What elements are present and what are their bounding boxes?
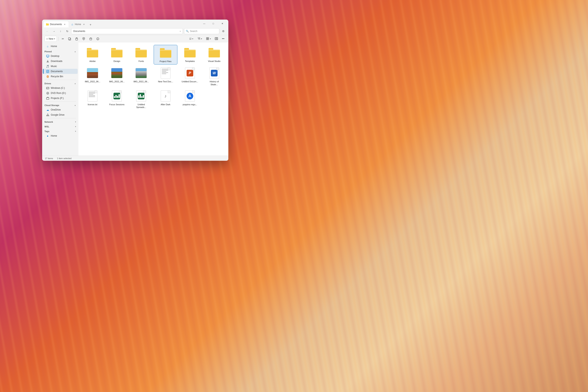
- sidebar-item-onedrive[interactable]: ☁ OneDrive: [43, 107, 78, 112]
- sidebar: ⌂ Home Pinned ▲ Desktop 📌: [42, 42, 78, 156]
- tab-add-button[interactable]: +: [88, 22, 93, 28]
- delete-button[interactable]: [88, 36, 94, 42]
- file-item-xlsx-plain[interactable]: Untitled Spreads...: [129, 88, 153, 110]
- bar-col-3: [141, 96, 142, 98]
- minimize-button[interactable]: —: [200, 20, 209, 27]
- layout-button[interactable]: ▾: [204, 36, 212, 42]
- file-item-new-text[interactable]: New Text Doc...: [154, 65, 177, 88]
- file-item-fonts[interactable]: Fonts: [129, 45, 153, 64]
- tabs-area: Documents ✕ ⌂ Home ✕ +: [44, 20, 200, 28]
- file-item-audio[interactable]: ♪ After Dark: [154, 88, 177, 110]
- back-button[interactable]: ←: [44, 28, 50, 34]
- design-icon-wrapper: [111, 47, 123, 58]
- path-bar[interactable]: Documents ▾: [71, 28, 183, 34]
- pinned-section-header[interactable]: Pinned ▲: [42, 49, 78, 54]
- tab-documents[interactable]: Documents ✕: [44, 21, 68, 28]
- folder-body: [208, 50, 220, 58]
- share-button[interactable]: [80, 36, 87, 42]
- docx-icon-wrapper: W: [208, 67, 220, 79]
- sidebar-item-recycle[interactable]: Recycle Bin 📌: [43, 74, 78, 79]
- files-grid: Adobe Design: [81, 45, 226, 110]
- cloud-section-header[interactable]: Cloud Storage ▲: [42, 102, 78, 107]
- audio-note-icon: ♪: [164, 94, 166, 98]
- folder-icon: [111, 48, 122, 58]
- sort-button[interactable]: ▾: [196, 36, 204, 42]
- checkmark-view-icon: ☑: [189, 38, 192, 40]
- file-item-adobe[interactable]: Adobe: [81, 45, 104, 64]
- img3-icon-wrapper: [135, 67, 147, 79]
- refresh-button[interactable]: ↻: [64, 28, 70, 34]
- settings-button[interactable]: ⚙: [220, 28, 226, 34]
- view-options-button[interactable]: ☑ ▾: [188, 36, 195, 42]
- tab-home-label: Home: [75, 23, 81, 26]
- more-icon: •••: [222, 38, 224, 40]
- cut-button[interactable]: ✂: [60, 36, 66, 42]
- c-drive-icon: [46, 86, 49, 90]
- search-bar[interactable]: 🔍 Search: [184, 28, 219, 34]
- sidebar-item-home[interactable]: ⌂ Home: [43, 44, 78, 49]
- tab-home[interactable]: ⌂ Home ✕: [68, 21, 88, 28]
- sidebar-item-documents[interactable]: Documents 📌: [43, 69, 78, 74]
- tags-section-header[interactable]: Tags ▾: [42, 128, 78, 133]
- folder-body: [111, 50, 122, 58]
- file-item-focus-sessions[interactable]: Focus Sessions: [105, 88, 128, 110]
- folder-icon: [184, 48, 196, 58]
- sidebar-item-d-drive[interactable]: DVD Rom (D:): [43, 90, 78, 96]
- new-text-label: New Text Doc...: [158, 80, 173, 83]
- drives-section-header[interactable]: Drives ▲: [42, 81, 78, 86]
- sidebar-item-c-drive[interactable]: Windows (C:): [43, 86, 78, 90]
- file-item-templates[interactable]: Templates: [178, 45, 202, 64]
- svg-rect-12: [208, 39, 209, 40]
- close-button[interactable]: ✕: [218, 20, 227, 27]
- up-button[interactable]: ↑: [58, 28, 63, 34]
- divider-3: [44, 118, 76, 118]
- folder-icon: [208, 48, 220, 58]
- xlsx-plain-logo: [138, 93, 144, 99]
- file-item-img2[interactable]: IMG_2022_06...: [105, 65, 128, 88]
- maximize-button[interactable]: □: [209, 20, 218, 27]
- file-item-font[interactable]: A poppins-regu...: [178, 88, 202, 110]
- sidebar-item-gdrive[interactable]: Google Drive: [43, 112, 78, 118]
- docx-label: History of Skate...: [206, 80, 222, 86]
- img2-thumbnail: [111, 68, 122, 78]
- copy-button[interactable]: [66, 36, 73, 42]
- sidebar-item-music[interactable]: 🎵 Music 📌: [43, 64, 78, 69]
- search-icon: 🔍: [186, 30, 189, 32]
- file-item-img1[interactable]: IMG_2022_06...: [81, 65, 104, 88]
- file-item-img3[interactable]: IMG_2022_06...: [129, 65, 153, 88]
- more-button[interactable]: •••: [220, 36, 226, 42]
- wsl-section-header[interactable]: WSL ▾: [42, 124, 78, 128]
- fonts-label: Fonts: [138, 60, 144, 62]
- fonts-icon-wrapper: [135, 47, 147, 58]
- file-item-visual-studio[interactable]: Visual Studio: [202, 45, 226, 64]
- new-button[interactable]: + New ▾: [44, 36, 57, 42]
- text-file-icon: [161, 68, 170, 79]
- info-icon: [96, 37, 99, 40]
- font-file-icon: A: [185, 90, 195, 102]
- network-section-header[interactable]: Network ▾: [42, 119, 78, 124]
- sidebar-item-desktop[interactable]: Desktop 📌: [43, 54, 78, 58]
- file-item-project-files[interactable]: Project Files: [154, 45, 177, 64]
- file-item-pptx[interactable]: P Untitled Docum...: [178, 65, 202, 88]
- new-text-icon-wrapper: [160, 67, 172, 79]
- wsl-collapse-icon: ▾: [75, 126, 76, 128]
- file-item-docx[interactable]: W History of Skate...: [202, 65, 226, 88]
- sidebar-item-downloads[interactable]: Downloads 📌: [43, 58, 78, 64]
- info-button[interactable]: [95, 36, 101, 42]
- folder-icon: [136, 48, 147, 58]
- file-item-license[interactable]: license.txt: [81, 88, 104, 110]
- forward-button[interactable]: →: [51, 28, 57, 34]
- xlsx-bar-chart-2: [138, 94, 144, 98]
- tab-close-home[interactable]: ✕: [82, 23, 86, 26]
- file-item-design[interactable]: Design: [105, 45, 128, 64]
- xlsx-plain-icon-wrapper: [135, 90, 147, 102]
- tab-close-documents[interactable]: ✕: [63, 23, 66, 26]
- toolbar: + New ▾ ✂: [42, 35, 228, 42]
- music-icon: 🎵: [46, 65, 49, 68]
- sidebar-item-p-drive[interactable]: Projects (P:): [43, 96, 78, 101]
- paste-button[interactable]: [74, 36, 80, 42]
- text-line-5: [89, 96, 95, 97]
- item-count: 17 items: [45, 157, 53, 160]
- details-pane-button[interactable]: [213, 36, 220, 42]
- sidebar-item-home-tag[interactable]: ● Home: [43, 133, 78, 138]
